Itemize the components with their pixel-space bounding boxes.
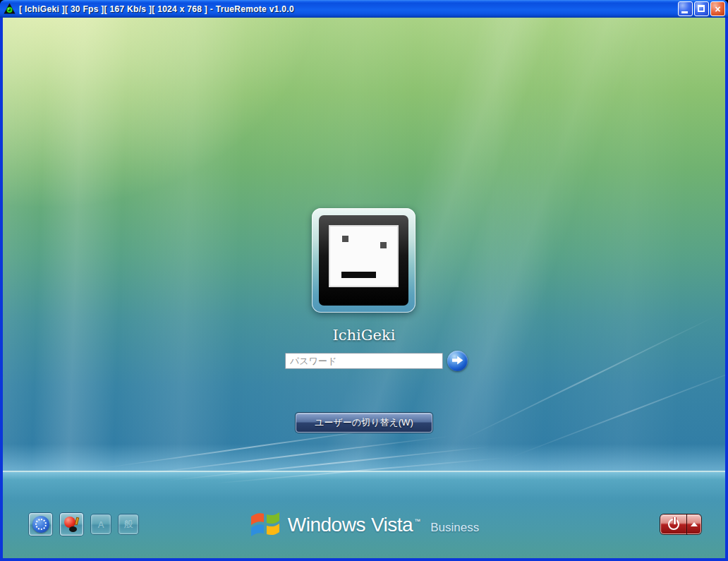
minimize-icon xyxy=(681,11,688,13)
trueremote-window: [ IchiGeki ][ 30 Fps ][ 167 Kb/s ][ 1024… xyxy=(0,0,728,561)
password-row xyxy=(285,350,470,371)
window-title: [ IchiGeki ][ 30 Fps ][ 167 Kb/s ][ 1024… xyxy=(19,4,678,14)
up-arrow-icon xyxy=(691,522,698,526)
windows-flag-icon xyxy=(249,507,281,543)
shutdown-button[interactable] xyxy=(660,514,687,534)
close-icon: × xyxy=(711,3,724,16)
avatar-left-eye xyxy=(342,236,348,242)
minimize-button[interactable] xyxy=(678,1,693,16)
remote-desktop-viewport[interactable]: IchiGeki ユーザーの切り替え(W) xyxy=(3,18,725,558)
window-controls: × xyxy=(678,1,725,16)
login-go-button[interactable] xyxy=(447,351,468,371)
power-icon xyxy=(668,519,679,530)
titlebar[interactable]: [ IchiGeki ][ 30 Fps ][ 167 Kb/s ][ 1024… xyxy=(0,0,728,18)
avatar-face xyxy=(329,225,399,287)
logo-trademark: ™ xyxy=(414,518,420,525)
right-arrow-icon xyxy=(452,356,463,367)
logo-edition: Business xyxy=(430,521,479,535)
maximize-button[interactable] xyxy=(694,1,709,16)
avatar-right-eye xyxy=(380,242,387,248)
user-avatar[interactable] xyxy=(312,208,415,313)
windows-vista-logo: Windows Vista ™ Business xyxy=(3,507,725,543)
switch-user-button[interactable]: ユーザーの切り替え(W) xyxy=(296,413,432,433)
trueremote-app-icon xyxy=(4,3,16,15)
power-button-group xyxy=(660,514,701,534)
logo-vista: Vista xyxy=(371,514,413,536)
maximize-icon xyxy=(698,5,705,12)
close-button[interactable]: × xyxy=(710,1,725,16)
shutdown-options-button[interactable] xyxy=(687,514,701,534)
avatar-mouth xyxy=(341,272,376,278)
avatar-frame xyxy=(319,215,408,306)
logo-text: Windows Vista ™ Business xyxy=(288,514,479,536)
password-input[interactable] xyxy=(285,353,443,369)
username-label: IchiGeki xyxy=(3,327,725,344)
logo-windows: Windows xyxy=(288,514,365,536)
